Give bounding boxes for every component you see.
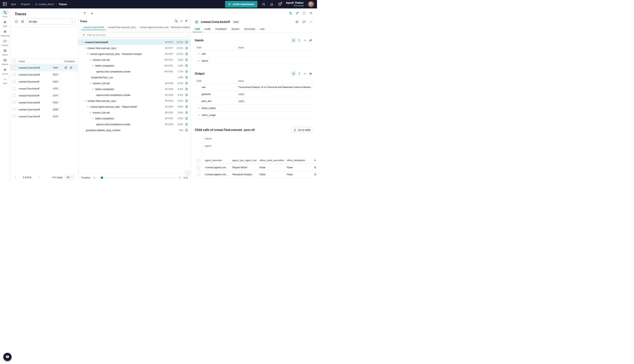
row-checkbox[interactable] <box>13 87 16 90</box>
row-checkbox[interactable] <box>13 73 16 76</box>
tab-call[interactable]: Call <box>193 26 202 32</box>
help-icon[interactable] <box>278 2 281 6</box>
sidebar-item-playground[interactable]: Playground <box>0 29 10 37</box>
prev-trace-icon[interactable] <box>83 11 87 16</box>
output-row-token-usage[interactable]: token_usage <box>195 112 313 118</box>
unfold-icon[interactable] <box>297 38 301 43</box>
row-checkbox[interactable] <box>13 80 16 83</box>
next-page-icon[interactable] <box>37 176 40 179</box>
trace-tree-row[interactable]: crewai.LLM.call $0.00035.85s <box>78 110 191 116</box>
timeline-slider-handle[interactable] <box>101 176 103 179</box>
chevron-down-icon[interactable] <box>89 82 92 84</box>
row-checkbox[interactable] <box>13 101 16 104</box>
trace-tree-row[interactable]: openai.chat.completions.create <$0.00012… <box>78 68 191 74</box>
path-tab[interactable]: crewai.Crew.kickoff <box>82 24 106 30</box>
emoji-add-icon[interactable] <box>295 20 299 24</box>
timeline-next-icon[interactable] <box>178 176 181 180</box>
sidebar-item-datasets[interactable]: Datasets <box>0 58 10 65</box>
table-row[interactable]: crewai.Flow.kickoffc5ff <box>10 92 78 99</box>
tab-scores[interactable]: Scores <box>229 26 242 32</box>
chevron-down-icon[interactable] <box>89 59 92 61</box>
trace-tree-row[interactable]: SerperDevTool._run 1.66s <box>78 74 191 80</box>
chevron-right-icon[interactable] <box>197 114 200 116</box>
row-checkbox[interactable] <box>13 94 16 97</box>
select-all-checkbox[interactable] <box>13 60 16 63</box>
table-row[interactable]: crewai.Crew.kickoffe058 <box>10 106 78 113</box>
row-checkbox[interactable] <box>197 173 200 176</box>
wandb-logo[interactable] <box>3 2 7 6</box>
trace-tree-row[interactable]: openai.chat.completions.create $0.00035.… <box>78 121 191 127</box>
next-trace-icon[interactable] <box>90 11 94 16</box>
table-row[interactable]: <crewai.agents.cre... 'Report Writer' Fa… <box>195 164 317 171</box>
code-view-icon[interactable] <box>302 38 307 43</box>
chevron-down-icon[interactable] <box>92 88 94 90</box>
chevron-down-icon[interactable] <box>87 53 89 55</box>
table-row[interactable]: crewai.Crew.kickoffa17d <box>10 113 78 120</box>
edit-icon[interactable] <box>296 11 299 15</box>
table-row[interactable]: <crewai.agents.cre... 'Research Analyst'… <box>195 171 317 178</box>
path-tab[interactable]: crewai.Agent.execute_task - 'Research An… <box>138 24 191 30</box>
trace-tree-row[interactable]: crewai.LLM.call $0.00069.40s <box>78 80 191 86</box>
refresh-button[interactable] <box>14 20 18 24</box>
close-icon[interactable] <box>309 11 313 15</box>
invite-teammates-button[interactable]: Invite teammates <box>225 1 257 8</box>
sidebar-item-scorers[interactable]: Scorers <box>0 67 10 75</box>
sidebar-item-traces[interactable]: Traces <box>0 10 10 18</box>
unfold-icon[interactable] <box>297 71 301 76</box>
op-filter-input[interactable] <box>87 34 186 36</box>
user-menu[interactable]: Ayush Thakur Personal <box>286 1 303 7</box>
chevron-down-icon[interactable] <box>92 117 94 120</box>
trace-tree-row[interactable]: litellm.completion $0.00035.84s <box>78 116 191 121</box>
column-header[interactable]: agent_ops_agent_nan <box>230 157 257 164</box>
trace-tree-row[interactable]: crewai.Agent.execute_task - 'Report Writ… <box>78 104 191 110</box>
trace-tree-row[interactable]: crewai.Agent.execute_task - 'Research An… <box>78 51 191 57</box>
table-row[interactable]: crewai.Crew.kickoff316c <box>10 99 78 106</box>
chevron-down-icon[interactable] <box>92 64 94 67</box>
column-header[interactable]: allow_code_execution <box>257 157 284 164</box>
column-header[interactable]: agent_executor <box>202 157 230 164</box>
breadcrumb-org[interactable]: ayut <box>11 3 16 6</box>
trace-tree-row[interactable]: litellm.completion $0.00069.40s <box>78 86 191 92</box>
table-row[interactable]: crewai.Flow.kickoffeab1 <box>10 78 78 85</box>
code-view-icon[interactable] <box>179 19 184 23</box>
row-checkbox[interactable] <box>13 108 16 111</box>
sidebar-item-prompts[interactable]: Prompts <box>0 38 10 46</box>
tree-view-icon[interactable] <box>174 19 178 23</box>
user-avatar[interactable] <box>308 1 314 7</box>
code-view-icon[interactable] <box>302 71 307 76</box>
emoji-remove-icon[interactable] <box>69 66 73 69</box>
emoji-add-icon[interactable] <box>64 66 68 69</box>
input-row-self[interactable]: self <box>195 50 313 57</box>
breadcrumb-projects[interactable]: Projects <box>21 3 30 6</box>
row-checkbox[interactable] <box>197 166 200 169</box>
row-checkbox[interactable] <box>13 115 16 118</box>
tab-summary[interactable]: Summary <box>242 26 257 32</box>
columns-settings-button[interactable] <box>21 20 25 24</box>
table-row[interactable]: crewai.Crew.kickoff9d89 <box>10 64 78 71</box>
tab-use[interactable]: Use <box>257 26 267 32</box>
list-view-icon[interactable] <box>291 38 296 43</box>
breadcrumb-project[interactable]: crewai_demo <box>35 3 54 6</box>
tab-code[interactable]: Code <box>202 26 213 32</box>
timeline-slider[interactable] <box>98 178 176 178</box>
column-header[interactable]: allow_delegation <box>284 157 312 164</box>
trace-tree-row[interactable]: guardrail-validate_blog_content 0ms <box>78 127 191 133</box>
row-checkbox[interactable] <box>13 66 16 69</box>
path-tab[interactable]: crewai.Task.execute_sync <box>106 24 138 30</box>
output-row-tasks-output[interactable]: tasks_output <box>195 105 313 112</box>
sidebar-item-models[interactable]: Models <box>0 48 10 56</box>
prev-page-icon[interactable] <box>14 176 17 179</box>
trace-tree-row[interactable]: crewai.Task.execute_sync $0.00035.87s <box>78 98 191 104</box>
tab-feedback[interactable]: Feedback <box>213 26 229 32</box>
chevron-down-icon[interactable] <box>84 100 86 102</box>
chevron-down-icon[interactable] <box>82 41 84 44</box>
ops-filter-select[interactable]: All Ops <box>27 19 75 24</box>
comment-icon[interactable] <box>302 20 306 24</box>
breadcrumb-page[interactable]: Traces <box>59 3 67 6</box>
table-row[interactable]: crewai.Crew.kickoff657f <box>10 71 78 78</box>
trace-tree-row[interactable]: openai.chat.completions.create $0.00069.… <box>78 92 191 98</box>
table-row[interactable]: crewai.Flow.kickoffc59f <box>10 85 78 92</box>
chevron-right-icon[interactable] <box>197 107 200 109</box>
output-row-raw[interactable]: raw **Investment Report: AI in Chemical … <box>195 84 313 91</box>
trace-tree-row[interactable]: crewai.Crew.kickoff $0.001019.83s <box>78 39 191 45</box>
